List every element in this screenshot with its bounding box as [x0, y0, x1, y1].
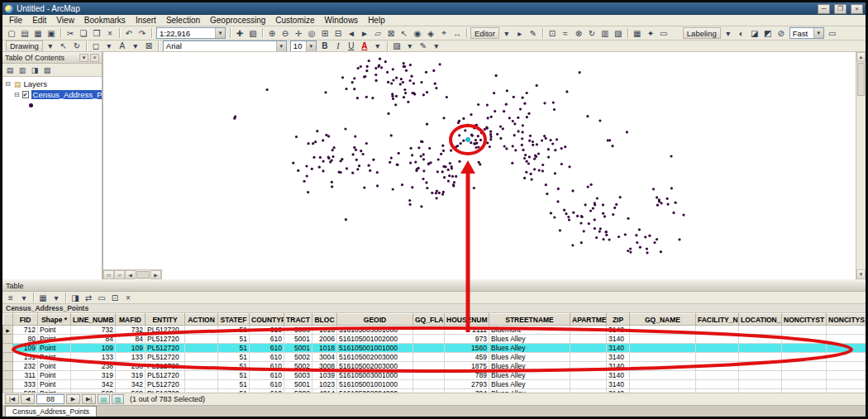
cell[interactable]: 516105001002000 — [337, 335, 413, 344]
cell[interactable]: 610 — [250, 326, 284, 335]
cell[interactable] — [630, 371, 696, 380]
column-header-noncityst[interactable]: NONCITYST — [782, 314, 827, 326]
row-selector[interactable] — [3, 362, 13, 371]
bold-icon[interactable]: B — [318, 40, 331, 52]
toc-layer-census-address-points[interactable]: ⊟ ✔ Census_Address_Points — [4, 89, 102, 100]
cell[interactable]: Blues Alley — [489, 335, 570, 344]
cell[interactable]: 319 — [71, 371, 116, 380]
find-icon[interactable]: ◈ — [424, 27, 437, 39]
cell[interactable] — [413, 371, 445, 380]
cell[interactable]: Blues Alley — [489, 362, 570, 371]
cell[interactable] — [739, 335, 782, 344]
cell[interactable]: 1875 — [445, 362, 489, 371]
cell[interactable] — [827, 389, 866, 393]
cell[interactable] — [185, 371, 218, 380]
label-engine-combo-arrow-icon[interactable]: ▾ — [813, 28, 823, 38]
scroll-thumb[interactable] — [136, 271, 150, 279]
fill-color-arrow-icon[interactable]: ▾ — [403, 40, 417, 52]
cell[interactable] — [570, 371, 607, 380]
menu-bookmarks[interactable]: Bookmarks — [79, 15, 131, 26]
pan-icon[interactable]: ✛ — [292, 27, 305, 39]
scroll-right-icon[interactable]: ▶ — [150, 270, 161, 279]
copy-icon[interactable]: ❏ — [77, 27, 90, 39]
cell[interactable] — [185, 380, 218, 389]
add-data-icon[interactable]: ✚ — [233, 27, 246, 39]
column-header-statef[interactable]: STATEF — [218, 314, 250, 326]
next-record-button[interactable]: ▶ — [66, 394, 80, 404]
last-record-button[interactable]: ▶| — [82, 394, 96, 404]
zoom-in-icon[interactable]: ⊕ — [265, 27, 279, 39]
table-window-title[interactable]: Table — [2, 281, 866, 292]
cell[interactable]: 84 — [71, 335, 116, 344]
text-dropdown-icon[interactable]: ▾ — [129, 40, 142, 52]
previous-record-button[interactable]: ◀ — [21, 394, 35, 404]
cell[interactable] — [782, 362, 827, 371]
cell[interactable]: Point — [38, 326, 71, 335]
column-header-countyf[interactable]: COUNTYF — [250, 314, 284, 326]
cell[interactable] — [413, 380, 445, 389]
data-view-toggle-icon[interactable]: ▭ — [103, 270, 114, 279]
cell[interactable]: 51 — [218, 362, 250, 371]
cell[interactable]: 568 — [13, 389, 38, 393]
cell[interactable] — [413, 344, 445, 353]
label-engine-combo[interactable]: Fast▾ — [789, 27, 824, 39]
scroll-up-icon[interactable]: ▲ — [856, 52, 866, 62]
cell[interactable]: 394 — [445, 389, 489, 393]
label-weight-icon[interactable]: ◩ — [761, 27, 775, 39]
label-manager-icon[interactable]: ◐ — [735, 27, 748, 39]
cell[interactable] — [696, 362, 739, 371]
cell[interactable] — [630, 344, 696, 353]
delete-icon[interactable]: × — [103, 27, 117, 39]
cell[interactable]: 516105003001000 — [337, 371, 413, 380]
cell[interactable]: 610 — [250, 371, 284, 380]
column-header-fid[interactable]: FID — [13, 314, 38, 326]
menu-view[interactable]: View — [51, 15, 79, 26]
measure-icon[interactable]: ↔ — [451, 27, 464, 39]
cell[interactable]: 342 — [71, 380, 116, 389]
column-header-noncitys[interactable]: NONCITYS_ — [827, 314, 866, 326]
cell[interactable] — [630, 380, 696, 389]
cell[interactable]: Point — [38, 344, 71, 353]
drawing-toolbar-label[interactable]: Drawing — [6, 40, 43, 52]
select-features-icon[interactable]: ▱ — [371, 27, 384, 39]
show-selected-records-icon[interactable]: ▥ — [112, 394, 124, 404]
cell[interactable]: PL512720 — [145, 335, 185, 344]
layout-view-toggle-icon[interactable]: ▱ — [114, 270, 125, 279]
menu-selection[interactable]: Selection — [161, 15, 205, 26]
cell[interactable]: 3140 — [607, 380, 630, 389]
minimize-button[interactable]: ─ — [818, 4, 830, 14]
menu-windows[interactable]: Windows — [320, 15, 364, 26]
title-bar[interactable]: Untitled - ArcMap ─ ❐ × — [2, 2, 866, 15]
edit-tool-icon[interactable]: ▸ — [513, 27, 527, 39]
cell[interactable]: 3140 — [607, 389, 630, 393]
font-color-arrow-icon[interactable]: ▾ — [371, 40, 384, 52]
maximize-button[interactable]: ❐ — [834, 4, 847, 14]
zoom-out-icon[interactable]: ⊖ — [279, 27, 292, 39]
scroll-thumb[interactable] — [857, 63, 865, 96]
font-color-icon[interactable]: A — [358, 40, 371, 52]
clear-selection-icon[interactable]: ▭ — [95, 292, 108, 303]
cell[interactable]: 732 — [116, 326, 145, 335]
back-extent-icon[interactable]: ◄ — [345, 27, 358, 39]
cell[interactable]: 516105001001000 — [337, 344, 413, 353]
toolbox-icon[interactable]: ✦ — [644, 27, 657, 39]
column-header-housenum[interactable]: HOUSENUM — [445, 314, 489, 326]
sketch-properties-icon[interactable]: ▨ — [612, 27, 625, 39]
cell[interactable]: 5002 — [284, 389, 312, 393]
menu-edit[interactable]: Edit — [27, 15, 51, 26]
map-scale-combo[interactable]: 1:22,916▾ — [156, 27, 226, 39]
font-size-combo-arrow-icon[interactable]: ▾ — [306, 41, 316, 51]
row-selector[interactable] — [3, 389, 13, 393]
menu-customize[interactable]: Customize — [270, 15, 319, 26]
table-options-icon[interactable]: ≡ — [4, 292, 17, 303]
undo-icon[interactable]: ↶ — [122, 27, 136, 39]
cell[interactable]: 311 — [13, 371, 38, 380]
list-by-source-icon[interactable]: ▥ — [17, 64, 28, 75]
cut-icon[interactable]: ✂ — [64, 27, 77, 39]
table-options-arrow-icon[interactable]: ▾ — [17, 292, 31, 303]
cell[interactable]: 4014 — [312, 389, 337, 393]
delete-selected-icon[interactable]: × — [122, 292, 135, 303]
cell[interactable]: Blues Alley — [489, 353, 570, 362]
cell[interactable] — [739, 389, 782, 393]
editor-menu-arrow-icon[interactable]: ▾ — [500, 27, 513, 39]
